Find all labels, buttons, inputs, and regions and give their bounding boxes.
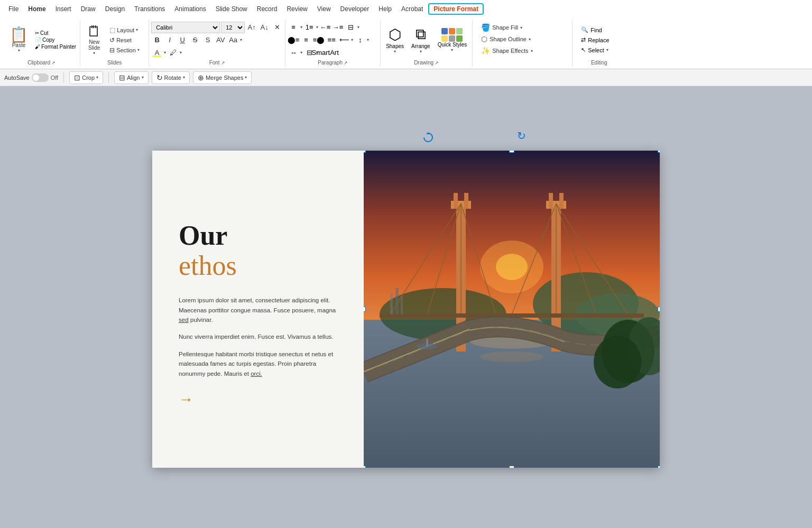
highlight-button[interactable]: 🖊 bbox=[167, 47, 179, 59]
strikethrough-button[interactable]: S bbox=[189, 34, 201, 46]
menu-acrobat[interactable]: Acrobat bbox=[397, 3, 427, 15]
reset-button[interactable]: ↺ Reset bbox=[107, 35, 142, 45]
copy-button[interactable]: 📄Copy bbox=[33, 36, 78, 43]
shapes-icon: ⬡ bbox=[389, 26, 401, 43]
shape-outline-button[interactable]: ⬡ Shape Outline ▾ bbox=[479, 34, 566, 44]
increase-indent-button[interactable]: →≡ bbox=[332, 22, 344, 33]
menu-slideshow[interactable]: Slide Show bbox=[211, 3, 252, 15]
shadow-button[interactable]: S bbox=[202, 34, 214, 46]
svg-rect-30 bbox=[395, 288, 399, 314]
menu-design[interactable]: Design bbox=[101, 3, 129, 15]
merge-shapes-button[interactable]: ⊕ Merge Shapes ▾ bbox=[193, 71, 252, 84]
rotate-icon: ↻ bbox=[156, 73, 163, 82]
paragraph-group-label[interactable]: Paragraph ↗ bbox=[288, 59, 378, 66]
autosave-toggle: AutoSave Off bbox=[4, 73, 58, 82]
paste-button[interactable]: 📋 Paste ▾ bbox=[5, 26, 32, 54]
smartart-button[interactable]: ⟵ bbox=[338, 34, 350, 46]
layout-button[interactable]: ⬚ Layout ▾ bbox=[107, 25, 142, 35]
slide-area: ↻ Our ethos Lorem ipsum dolor sit amet, … bbox=[0, 86, 812, 528]
menu-draw[interactable]: Draw bbox=[77, 3, 100, 15]
slide-title-ethos: ethos bbox=[179, 251, 343, 281]
line-spacing-button[interactable]: ↕ bbox=[354, 34, 366, 46]
font-expand-icon[interactable]: ↗ bbox=[221, 60, 225, 66]
columns-button[interactable]: ⊟ bbox=[345, 22, 356, 33]
menu-transitions[interactable]: Transitions bbox=[130, 3, 169, 15]
rotate-button[interactable]: ↻ Rotate ▾ bbox=[152, 71, 190, 84]
clipboard-expand-icon[interactable]: ↗ bbox=[51, 60, 56, 66]
rotate-handle[interactable] bbox=[423, 132, 433, 143]
section-button[interactable]: ⊟ Section ▾ bbox=[107, 45, 142, 55]
menu-record[interactable]: Record bbox=[253, 3, 282, 15]
autosave-switch[interactable] bbox=[32, 73, 49, 82]
select-button[interactable]: ↖ Select ▾ bbox=[579, 45, 611, 54]
menu-insert[interactable]: Insert bbox=[51, 3, 76, 15]
case-button[interactable]: Aa bbox=[227, 34, 239, 46]
new-slide-button[interactable]: 🗒 New Slide ▾ bbox=[82, 23, 106, 57]
char-spacing-button[interactable]: AV bbox=[215, 34, 226, 46]
paragraph-group-content: ≡ ▾ 1≡ ▾ ←≡ →≡ ⊟ ▾ ⬤≡ ≡ ≡⬤ ≡≡ ⟵ ▾ ↕ bbox=[288, 21, 378, 59]
find-button[interactable]: 🔍 Find bbox=[579, 25, 611, 34]
menu-developer[interactable]: Developer bbox=[336, 3, 374, 15]
align-center-button[interactable]: ≡ bbox=[300, 34, 312, 46]
text-direction-button[interactable]: ↔ bbox=[288, 47, 299, 59]
editing-group-label[interactable]: Editing bbox=[575, 59, 623, 66]
crop-button[interactable]: ⊡ Crop ▾ bbox=[69, 71, 103, 84]
font-color-button[interactable]: A bbox=[151, 47, 163, 59]
paste-dropdown-arrow[interactable]: ▾ bbox=[18, 48, 20, 53]
align-right-button[interactable]: ≡⬤ bbox=[313, 34, 325, 46]
justify-button[interactable]: ≡≡ bbox=[326, 34, 337, 46]
menu-help[interactable]: Help bbox=[374, 3, 396, 15]
select-icon: ↖ bbox=[581, 47, 586, 53]
font-size-select[interactable]: 12 bbox=[221, 22, 245, 33]
shapes-button[interactable]: ⬡ Shapes ▾ bbox=[383, 25, 407, 55]
rotate-handle-icon[interactable]: ↻ bbox=[517, 130, 526, 142]
cut-button[interactable]: ✂Cut bbox=[33, 30, 78, 36]
slides-group: 🗒 New Slide ▾ ⬚ Layout ▾ ↺ Reset ⊟ Secti… bbox=[80, 20, 149, 67]
shape-effects-icon: ✨ bbox=[481, 47, 490, 55]
shape-fill-button[interactable]: 🪣 Shape Fill ▾ bbox=[479, 22, 566, 33]
format-painter-button[interactable]: 🖌Format Painter bbox=[33, 43, 78, 50]
clear-format-button[interactable]: ✕ bbox=[271, 22, 283, 33]
svg-rect-16 bbox=[559, 193, 564, 209]
menu-home[interactable]: Home bbox=[24, 3, 50, 15]
arrange-button[interactable]: ⧉ Arrange ▾ bbox=[408, 25, 433, 55]
drawing-group-content: ⬡ Shapes ▾ ⧉ Arrange ▾ bbox=[383, 21, 470, 59]
decrease-indent-button[interactable]: ←≡ bbox=[319, 22, 331, 33]
svg-point-5 bbox=[480, 351, 543, 362]
menu-file[interactable]: File bbox=[4, 3, 23, 15]
menu-review[interactable]: Review bbox=[282, 3, 311, 15]
drawing-group-label[interactable]: Drawing ↗ bbox=[383, 59, 470, 66]
increase-font-size-button[interactable]: A↑ bbox=[246, 22, 257, 33]
svg-rect-31 bbox=[401, 296, 403, 314]
convert-smartart-button[interactable]: SmartArt bbox=[319, 47, 331, 59]
drawing-expand-icon[interactable]: ↗ bbox=[435, 60, 439, 66]
font-size-dd[interactable]: ▾ bbox=[240, 38, 242, 42]
new-slide-icon: 🗒 bbox=[87, 24, 102, 39]
quick-styles-button[interactable]: Quick Styles ▾ bbox=[435, 27, 470, 53]
slide-title-our: Our bbox=[179, 220, 343, 251]
underline-button[interactable]: U bbox=[177, 34, 188, 46]
decrease-font-size-button[interactable]: A↓ bbox=[259, 22, 270, 33]
editing-buttons: 🔍 Find ⇄ Replace ↖ Select ▾ bbox=[575, 24, 615, 55]
font-family-select[interactable]: Calibri bbox=[151, 22, 220, 33]
italic-button[interactable]: I bbox=[164, 34, 176, 46]
align-left-button[interactable]: ⬤≡ bbox=[288, 34, 299, 46]
bold-button[interactable]: B bbox=[151, 34, 163, 46]
menu-picture-format[interactable]: Picture Format bbox=[428, 3, 484, 15]
clipboard-right-buttons: ✂Cut 📄Copy 🖌Format Painter bbox=[33, 30, 78, 50]
new-slide-dropdown[interactable]: ▾ bbox=[93, 51, 95, 55]
menu-view[interactable]: View bbox=[313, 3, 335, 15]
shape-effects-button[interactable]: ✨ Shape Effects ▾ bbox=[479, 45, 566, 56]
bullets-button[interactable]: ≡ bbox=[288, 22, 299, 33]
slides-group-label[interactable]: Slides bbox=[82, 59, 146, 66]
menu-animations[interactable]: Animations bbox=[170, 3, 210, 15]
clipboard-group-label[interactable]: Clipboard ↗ bbox=[5, 59, 78, 66]
paragraph-expand-icon[interactable]: ↗ bbox=[344, 60, 348, 66]
numbering-button[interactable]: 1≡ bbox=[303, 22, 315, 33]
replace-button[interactable]: ⇄ Replace bbox=[579, 35, 611, 44]
slide-body-3: Pellentesque habitant morbi tristique se… bbox=[179, 349, 343, 378]
font-group-label[interactable]: Font ↗ bbox=[151, 59, 283, 66]
align-button[interactable]: ⊟ Align ▾ bbox=[114, 71, 148, 84]
slide-left-panel: Our ethos Lorem ipsum dolor sit amet, co… bbox=[152, 151, 364, 468]
slide-image-panel[interactable] bbox=[364, 151, 660, 468]
